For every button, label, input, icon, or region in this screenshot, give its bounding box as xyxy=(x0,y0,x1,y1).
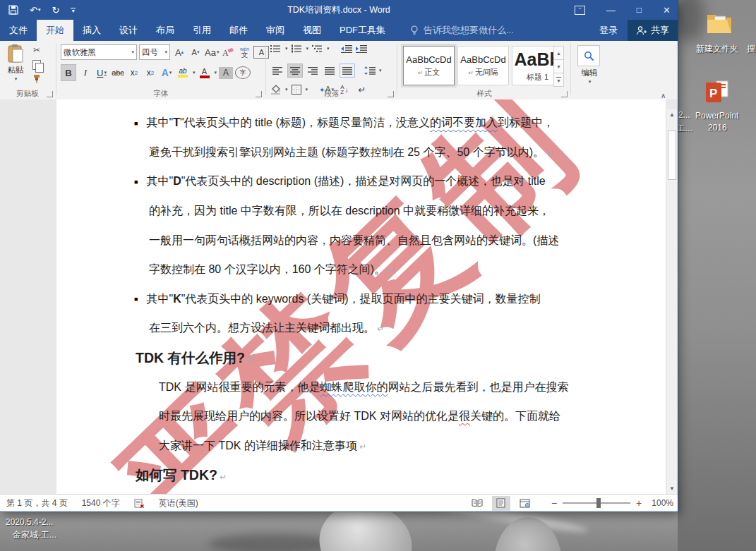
superscript-button[interactable]: x2 xyxy=(143,65,157,80)
scroll-down-icon[interactable]: ▼ xyxy=(667,483,677,494)
font-dialog-launcher[interactable] xyxy=(256,91,262,97)
tab-file[interactable]: 文件 xyxy=(0,20,37,41)
minimize-icon[interactable]: — xyxy=(606,5,616,16)
justify-icon[interactable] xyxy=(323,64,337,77)
scroll-up-icon[interactable]: ▲ xyxy=(667,109,677,120)
bold-button[interactable]: B xyxy=(61,64,76,81)
redo-icon[interactable]: ↻ xyxy=(52,5,59,16)
tab-pdf-tools[interactable]: PDF工具集 xyxy=(330,20,395,41)
tab-view[interactable]: 视图 xyxy=(294,20,330,41)
highlight-color-button[interactable]: ab xyxy=(176,65,190,80)
ribbon-display-options-icon[interactable]: ⌃ xyxy=(575,6,585,15)
tab-insert[interactable]: 插入 xyxy=(73,20,110,41)
font-color-button[interactable]: A xyxy=(198,65,212,80)
styles-scroll-down-icon[interactable]: ▼ xyxy=(553,60,564,73)
multilevel-list-icon[interactable] xyxy=(312,44,323,53)
character-shading-button[interactable]: A xyxy=(219,67,233,79)
styles-scroll-up-icon[interactable]: ▲ xyxy=(553,46,564,60)
collapse-ribbon-icon[interactable]: ∧ xyxy=(661,92,666,99)
print-layout-icon[interactable] xyxy=(492,496,510,511)
search-icon xyxy=(584,51,594,61)
clear-formatting-icon[interactable]: A xyxy=(221,44,235,60)
grow-font-button[interactable]: A▴ xyxy=(172,44,186,60)
decrease-indent-icon[interactable] xyxy=(341,44,352,53)
share-button[interactable]: 共享 xyxy=(628,20,678,41)
language-indicator[interactable]: 英语(美国) xyxy=(159,497,198,509)
distribute-icon[interactable] xyxy=(340,63,355,78)
customize-qat-icon[interactable]: ▾ xyxy=(71,8,76,13)
tell-me-box[interactable]: 告诉我您想要做什么... xyxy=(410,20,514,41)
format-painter-icon[interactable] xyxy=(32,75,41,83)
svg-text:P: P xyxy=(709,87,717,100)
editing-label[interactable]: 编辑 xyxy=(573,68,606,78)
change-case-button[interactable]: Aa▾ xyxy=(205,44,219,60)
align-center-icon[interactable] xyxy=(287,63,303,78)
proofing-icon[interactable] xyxy=(134,499,145,508)
powerpoint-label[interactable]: PowerPoint xyxy=(695,111,738,121)
copy-icon[interactable] xyxy=(32,60,41,70)
styles-dialog-launcher[interactable] xyxy=(561,91,568,97)
line-spacing-icon[interactable] xyxy=(364,66,376,75)
new-folder-label[interactable]: 新建文件夹 xyxy=(696,43,738,55)
doc-line: ■其中"K"代表页头中的 keywords (关键词)，提取页面中的主要关键词，… xyxy=(134,285,558,315)
desktop-file-label-line1[interactable]: 2020.5.4-2... xyxy=(6,517,53,527)
powerpoint-icon[interactable]: P xyxy=(706,80,730,105)
phonetic-guide-button[interactable]: wén文 xyxy=(237,44,251,60)
paragraph-dialog-launcher[interactable] xyxy=(388,91,394,97)
strikethrough-button[interactable]: abc xyxy=(111,65,125,80)
align-right-icon[interactable] xyxy=(306,64,320,77)
paste-button[interactable]: 粘贴 ▾ xyxy=(3,44,28,82)
zoom-slider[interactable] xyxy=(563,502,630,504)
style-normal[interactable]: AaBbCcDd ↵正文 xyxy=(403,46,455,85)
sign-in-button[interactable]: 登录 xyxy=(589,20,628,41)
partial-icon-label-search[interactable]: 搜 xyxy=(747,43,755,55)
desktop-file-label-line2[interactable]: 金家城-工... xyxy=(13,529,56,541)
clipboard-dialog-launcher[interactable] xyxy=(47,91,53,97)
italic-button[interactable]: I xyxy=(78,65,92,80)
font-name-combo[interactable]: 微软雅黑▾ xyxy=(61,44,137,60)
new-folder-icon[interactable] xyxy=(706,11,733,35)
powerpoint-label-2[interactable]: 2016 xyxy=(708,123,727,133)
numbered-list-icon[interactable] xyxy=(292,44,302,53)
style-no-spacing[interactable]: AaBbCcDd ↵无间隔 xyxy=(457,46,509,85)
tab-mailings[interactable]: 邮件 xyxy=(220,20,257,41)
tab-references[interactable]: 引用 xyxy=(184,20,220,41)
vertical-scrollbar[interactable]: ▲ ▼ xyxy=(667,109,677,494)
bullet-list-icon[interactable] xyxy=(270,44,281,53)
align-left-icon[interactable] xyxy=(270,64,284,77)
tab-layout[interactable]: 布局 xyxy=(147,20,184,41)
page-indicator[interactable]: 第 1 页，共 4 页 xyxy=(6,497,68,509)
tab-design[interactable]: 设计 xyxy=(110,20,147,41)
zoom-slider-thumb[interactable] xyxy=(596,498,601,508)
enclose-characters-button[interactable]: 字 xyxy=(235,66,251,79)
font-group-label: 字体 xyxy=(59,89,263,99)
zoom-out-button[interactable]: − xyxy=(551,497,557,509)
increase-indent-icon[interactable] xyxy=(356,44,367,53)
find-button[interactable] xyxy=(577,45,600,66)
document-page[interactable]: 严禁复制 ■其中"T"代表页头中的 title (标题)，标题尽量简洁，没意义的… xyxy=(56,99,666,494)
underline-button[interactable]: U▾ xyxy=(95,65,109,80)
paste-caret-icon: ▾ xyxy=(4,76,28,82)
ribbon: 粘贴 ▾ ✂ 剪贴板 微软雅黑▾ 四号▾ A▴ A▾ xyxy=(0,41,678,100)
tab-review[interactable]: 审阅 xyxy=(257,20,294,41)
zoom-in-button[interactable]: + xyxy=(636,497,642,509)
tab-home[interactable]: 开始 xyxy=(37,20,73,41)
character-border-button[interactable]: A xyxy=(253,46,269,59)
maximize-icon[interactable]: □ xyxy=(637,5,642,15)
subscript-button[interactable]: x2 xyxy=(127,65,141,80)
word-count[interactable]: 1540 个字 xyxy=(82,497,120,509)
text-effects-button[interactable]: A▾ xyxy=(160,65,174,80)
shrink-font-button[interactable]: A▾ xyxy=(188,44,203,60)
web-layout-icon[interactable] xyxy=(516,496,534,511)
read-mode-icon[interactable] xyxy=(468,496,486,511)
partial-icon-label-1[interactable]: 2... xyxy=(678,110,690,120)
scrollbar-thumb[interactable] xyxy=(668,131,676,180)
close-icon[interactable]: ✕ xyxy=(663,5,671,16)
zoom-level[interactable]: 100% xyxy=(652,498,673,508)
cut-icon[interactable]: ✂ xyxy=(33,45,40,55)
styles-gallery-more-icon[interactable]: ▼ xyxy=(553,73,564,87)
font-size-combo[interactable]: 四号▾ xyxy=(139,44,170,60)
save-icon[interactable] xyxy=(8,5,18,15)
partial-icon-label-2[interactable]: 工... xyxy=(677,123,692,135)
undo-icon[interactable]: ↶▾ xyxy=(30,5,40,16)
